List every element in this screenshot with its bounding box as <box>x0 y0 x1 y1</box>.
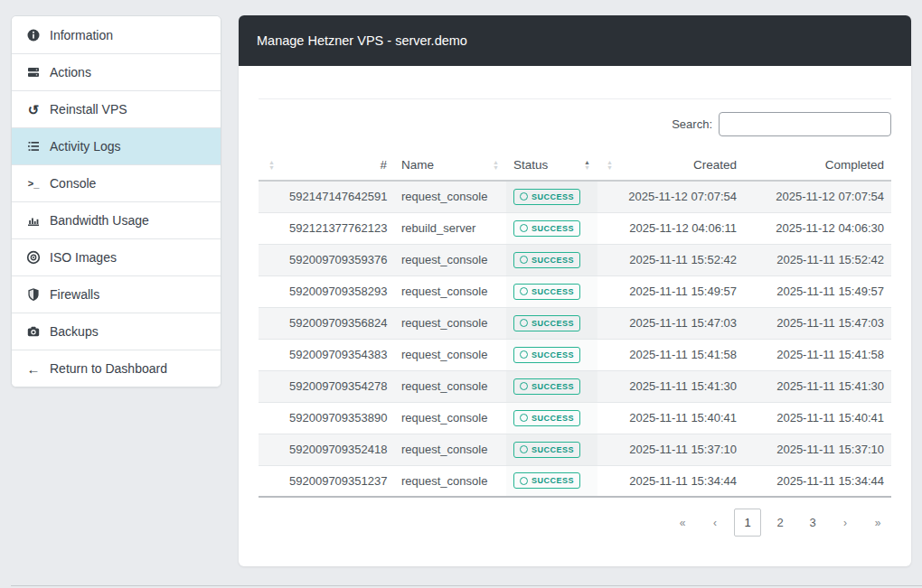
cell-name: request_console <box>394 402 506 434</box>
list-icon <box>25 139 42 154</box>
cell-status: SUCCESS <box>506 181 597 212</box>
undo-icon: ↺ <box>25 103 42 117</box>
status-badge: SUCCESS <box>513 378 580 395</box>
cell-created: 2025-11-12 04:06:11 <box>620 212 744 244</box>
table-row: 592121377762123rebuild_serverSUCCESS2025… <box>259 212 891 244</box>
cell-blank <box>259 370 282 402</box>
pagination-page-3[interactable]: 3 <box>799 509 826 537</box>
status-badge: SUCCESS <box>513 189 580 205</box>
status-badge: SUCCESS <box>513 410 580 426</box>
table-row: 592009709354383request_consoleSUCCESS202… <box>259 339 891 370</box>
sidebar-item-iso-images[interactable]: ISO Images <box>12 238 221 275</box>
cell-status: SUCCESS <box>506 275 597 307</box>
sidebar-item-label: Return to Dashboard <box>50 361 167 376</box>
cell-id: 592147147642591 <box>282 181 394 212</box>
cell-blank <box>259 307 282 339</box>
status-circle-icon <box>520 382 528 390</box>
column-header-blank-0[interactable]: ▲▼ <box>259 150 282 181</box>
pagination-prev[interactable]: ‹ <box>701 509 729 537</box>
cell-status: SUCCESS <box>506 339 597 370</box>
table-row: 592009709359376request_consoleSUCCESS202… <box>259 244 891 275</box>
cell-status: SUCCESS <box>506 307 597 339</box>
sidebar-item-backups[interactable]: Backups <box>12 313 221 350</box>
cell-blank <box>259 402 282 434</box>
cell-created: 2025-11-12 07:07:54 <box>620 181 744 212</box>
cell-id: 592009709359376 <box>282 244 394 275</box>
cell-id: 592121377762123 <box>282 212 394 244</box>
status-circle-icon <box>520 192 528 201</box>
status-circle-icon <box>520 445 528 453</box>
pagination-last[interactable]: » <box>864 509 891 537</box>
pagination-next[interactable]: › <box>832 509 859 537</box>
status-badge: SUCCESS <box>513 442 580 458</box>
cell-completed: 2025-11-11 15:37:10 <box>744 434 891 465</box>
sidebar-item-label: Information <box>50 28 113 42</box>
status-badge-label: SUCCESS <box>532 445 574 454</box>
table-row: 592009709354278request_consoleSUCCESS202… <box>259 370 891 402</box>
status-badge: SUCCESS <box>513 347 580 363</box>
cell-status: SUCCESS <box>506 402 597 434</box>
cell-blank <box>597 434 620 465</box>
status-circle-icon <box>520 256 528 264</box>
sidebar-item-firewalls[interactable]: Firewalls <box>12 275 221 313</box>
status-badge: SUCCESS <box>513 252 580 268</box>
table-row: 592147147642591request_consoleSUCCESS202… <box>259 181 891 212</box>
column-header-blank-4[interactable]: ▲▼ <box>597 150 620 181</box>
sidebar-item-label: Firewalls <box>50 287 99 302</box>
cell-completed: 2025-11-12 07:07:54 <box>744 181 891 212</box>
sidebar-item-activity-logs[interactable]: Activity Logs <box>12 127 221 164</box>
sort-arrows-icon: ▲▼ <box>268 160 275 171</box>
pagination-page-2[interactable]: 2 <box>767 509 794 537</box>
table-body: 592147147642591request_consoleSUCCESS202… <box>259 181 891 497</box>
cell-blank <box>259 212 282 244</box>
cell-id: 592009709353890 <box>282 402 394 434</box>
table-row: 592009709352418request_consoleSUCCESS202… <box>259 434 891 465</box>
camera-icon <box>25 324 42 339</box>
status-circle-icon <box>520 224 528 232</box>
sidebar-item-label: Backups <box>50 324 99 339</box>
cell-blank <box>259 275 282 307</box>
server-icon <box>25 65 42 79</box>
cell-created: 2025-11-11 15:34:44 <box>620 465 744 497</box>
terminal-icon: >_ <box>25 179 42 189</box>
cell-name: request_console <box>394 307 506 339</box>
status-badge-label: SUCCESS <box>532 224 574 233</box>
sidebar-item-console[interactable]: >_Console <box>12 164 221 201</box>
column-header-label: Completed <box>825 158 884 172</box>
sidebar-item-return-to-dashboard[interactable]: ←Return to Dashboard <box>12 350 221 387</box>
pagination-page-1[interactable]: 1 <box>734 509 761 537</box>
sidebar-item-information[interactable]: Information <box>12 16 221 53</box>
footer-divider <box>11 585 922 586</box>
status-badge-label: SUCCESS <box>532 319 574 328</box>
status-badge-label: SUCCESS <box>532 350 574 359</box>
search-input[interactable] <box>719 112 891 136</box>
shield-icon <box>25 287 42 302</box>
cell-created: 2025-11-11 15:41:30 <box>620 370 744 402</box>
sidebar-item-bandwidth-usage[interactable]: Bandwidth Usage <box>12 201 221 238</box>
page-title: Manage Hetzner VPS - server.demo <box>257 33 467 48</box>
cell-blank <box>597 402 620 434</box>
cell-created: 2025-11-11 15:40:41 <box>620 402 744 434</box>
pagination-first[interactable]: « <box>669 509 696 537</box>
sidebar-item-reinstall-vps[interactable]: ↺Reinstall VPS <box>12 90 221 127</box>
sidebar-item-actions[interactable]: Actions <box>12 53 221 90</box>
bar-chart-icon <box>25 213 42 228</box>
column-header-created[interactable]: Created <box>620 150 744 181</box>
column-header-name[interactable]: Name▲▼ <box>394 150 506 181</box>
table-row: 592009709351237request_consoleSUCCESS202… <box>259 465 891 497</box>
cell-id: 592009709352418 <box>282 434 394 465</box>
cell-name: request_console <box>394 275 506 307</box>
sort-arrows-icon: ▲▼ <box>584 160 590 171</box>
column-header-[interactable]: # <box>282 150 394 181</box>
page: InformationActions↺Reinstall VPSActivity… <box>0 0 922 588</box>
cell-blank <box>597 307 620 339</box>
cell-created: 2025-11-11 15:37:10 <box>620 434 744 465</box>
panel-header: Manage Hetzner VPS - server.demo <box>239 15 911 66</box>
cell-created: 2025-11-11 15:49:57 <box>620 275 744 307</box>
status-circle-icon <box>520 477 528 485</box>
column-header-status[interactable]: Status▲▼ <box>506 150 597 181</box>
cell-completed: 2025-11-11 15:47:03 <box>744 307 891 339</box>
status-badge: SUCCESS <box>513 220 580 237</box>
cell-id: 592009709354383 <box>282 339 394 370</box>
column-header-completed[interactable]: Completed <box>744 150 891 181</box>
